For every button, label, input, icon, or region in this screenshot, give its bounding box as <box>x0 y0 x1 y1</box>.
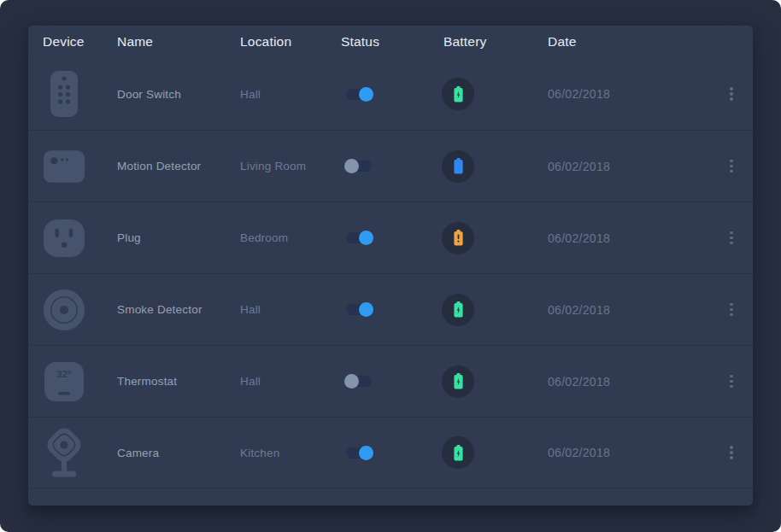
toggle-knob <box>359 87 373 102</box>
table-header: Device Name Location Status Battery Date <box>28 26 753 58</box>
smart-home-dashboard: Device Name Location Status Battery Date <box>0 0 781 532</box>
motion-detector-icon <box>43 147 85 186</box>
thermostat-display-text: 32° <box>56 369 72 379</box>
table-row: Camera Kitchen 06/02/2018 <box>28 417 753 488</box>
toggle-knob <box>359 302 373 317</box>
device-date: 06/02/2018 <box>548 303 698 317</box>
device-location: Bedroom <box>240 231 341 244</box>
status-toggle[interactable] <box>346 304 372 315</box>
device-location: Living Room <box>240 160 341 172</box>
status-toggle[interactable] <box>346 89 372 100</box>
table-row: Door Switch Hall 06/02/2018 <box>28 58 753 130</box>
battery-indicator <box>442 150 474 183</box>
camera-icon <box>43 427 85 478</box>
smoke-detector-icon <box>43 287 85 333</box>
row-menu-button[interactable] <box>724 442 739 463</box>
row-menu-button[interactable] <box>724 84 739 104</box>
device-name: Thermostat <box>117 375 240 388</box>
column-header-name: Name <box>117 34 240 50</box>
device-location: Hall <box>240 88 341 101</box>
battery-indicator <box>442 365 474 398</box>
thermostat-icon: 32° <box>44 361 85 402</box>
device-name: Motion Detector <box>117 160 240 172</box>
row-menu-button[interactable] <box>724 371 739 392</box>
toggle-knob <box>344 374 359 389</box>
row-menu-button[interactable] <box>724 300 739 320</box>
device-location: Hall <box>240 375 341 388</box>
remote-icon <box>48 70 80 118</box>
column-header-location: Location <box>240 34 341 50</box>
battery-indicator <box>442 222 474 254</box>
device-date: 06/02/2018 <box>548 375 698 389</box>
status-toggle[interactable] <box>346 447 372 459</box>
battery-indicator <box>442 294 474 326</box>
table-row: 32° Thermostat Hall 06/02/2018 <box>28 345 753 417</box>
device-date: 06/02/2018 <box>548 231 698 245</box>
device-name: Camera <box>117 447 240 459</box>
battery-indicator <box>442 436 474 469</box>
status-toggle[interactable] <box>346 161 372 172</box>
column-header-device: Device <box>43 34 117 50</box>
status-toggle[interactable] <box>346 376 372 387</box>
row-menu-button[interactable] <box>724 156 739 177</box>
device-name: Plug <box>117 231 240 244</box>
device-name: Door Switch <box>117 88 240 101</box>
table-row: Plug Bedroom 06/02/2018 <box>28 202 753 273</box>
device-location: Kitchen <box>240 447 341 459</box>
row-menu-button[interactable] <box>724 228 739 248</box>
column-header-battery: Battery <box>443 34 548 50</box>
device-name: Smoke Detector <box>117 303 240 316</box>
table-row: Smoke Detector Hall 06/02/2018 <box>28 273 753 345</box>
column-header-date: Date <box>548 34 698 50</box>
column-header-status: Status <box>341 34 443 50</box>
device-date: 06/02/2018 <box>548 160 698 173</box>
plug-icon <box>43 217 85 260</box>
battery-indicator <box>442 78 474 110</box>
device-date: 06/02/2018 <box>548 87 698 101</box>
toggle-knob <box>359 446 373 460</box>
device-date: 06/02/2018 <box>548 446 698 459</box>
device-table-card: Device Name Location Status Battery Date <box>28 26 753 506</box>
toggle-knob <box>359 231 373 245</box>
table-row: Motion Detector Living Room 06/02/2018 <box>28 130 753 202</box>
device-location: Hall <box>240 303 341 316</box>
toggle-knob <box>344 159 359 173</box>
status-toggle[interactable] <box>346 232 372 243</box>
